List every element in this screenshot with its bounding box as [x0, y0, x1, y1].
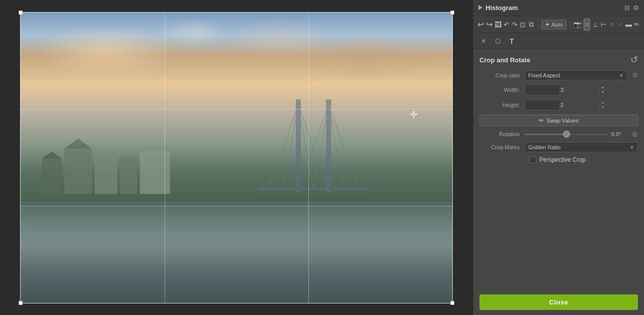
camera-icon: 📷: [574, 21, 582, 28]
histogram-icon2[interactable]: ⚙: [633, 4, 639, 12]
svg-rect-11: [326, 99, 331, 192]
histogram-icon1[interactable]: ⊟: [624, 4, 630, 12]
height-stepper: ▲ ▼: [599, 100, 606, 110]
histogram-header: Histogram ⊟ ⚙: [473, 0, 644, 16]
swap-icon: ⇔: [539, 117, 543, 124]
svg-rect-12: [258, 187, 369, 190]
transform-button[interactable]: ⊢: [601, 19, 607, 31]
toolbar-separator-1: [538, 20, 538, 30]
redo-button[interactable]: ↪: [486, 19, 493, 31]
height-input[interactable]: ▲ ▼: [525, 99, 560, 111]
crop-marks-row: Crop Marks Golden Ratio ▼: [479, 142, 638, 152]
height-control: ▲ ▼: [525, 99, 638, 111]
histogram-expand-icon[interactable]: [478, 4, 482, 12]
flip-icon: ⊡: [520, 21, 526, 29]
histogram-title-row: Histogram: [478, 4, 518, 12]
width-stepper: ▲ ▼: [599, 85, 606, 95]
width-value[interactable]: [525, 87, 599, 93]
rotation-slider[interactable]: [525, 134, 608, 135]
crop-marks-arrow-icon: ▼: [629, 145, 634, 150]
crop-ratio-row: Crop ratio Fixed Aspect ▼ ⚙: [479, 70, 638, 80]
undo-icon: ↩: [477, 20, 484, 29]
svg-marker-19: [64, 139, 92, 149]
clone-icon: ⧉: [529, 20, 534, 29]
swap-values-button[interactable]: ⇔ Swap Values: [479, 115, 638, 126]
redo-icon: ↪: [486, 20, 493, 29]
crop-ratio-label: Crop ratio: [479, 72, 525, 78]
section-header: Crop and Rotate ↺: [479, 54, 638, 65]
paint-button[interactable]: ✏: [634, 19, 640, 31]
width-increment-button[interactable]: ▲: [599, 85, 606, 90]
crop-tool-button[interactable]: ⌗: [584, 19, 590, 31]
crop-ratio-dropdown[interactable]: Fixed Aspect ▼: [525, 70, 627, 80]
perspective-crop-checkbox[interactable]: [530, 157, 536, 163]
histogram-title: Histogram: [486, 4, 518, 12]
width-label: Width:: [479, 87, 525, 93]
height-label: Height:: [479, 102, 525, 108]
settings-tool-button[interactable]: ≡: [477, 35, 490, 47]
image-button[interactable]: 🖼: [495, 19, 502, 31]
height-increment-button[interactable]: ▲: [599, 100, 606, 105]
rotate-left-button[interactable]: ↶: [504, 19, 510, 31]
line-button[interactable]: ⟋: [617, 19, 623, 31]
crop-ratio-gear-icon[interactable]: ⚙: [632, 72, 638, 79]
width-decrement-button[interactable]: ▼: [599, 90, 606, 95]
image-icon: 🖼: [495, 21, 502, 29]
crop-ratio-control: Fixed Aspect ▼ ⚙: [525, 70, 638, 80]
svg-rect-14: [64, 149, 92, 194]
height-decrement-button[interactable]: ▼: [599, 105, 606, 110]
circle-icon: ○: [610, 21, 614, 28]
rotate-right-button[interactable]: ↷: [512, 19, 518, 31]
section-title: Crop and Rotate: [479, 56, 530, 64]
clone-button[interactable]: ⧉: [528, 19, 534, 31]
line-icon: ⟋: [617, 21, 623, 28]
gradient-button[interactable]: ▬: [625, 19, 632, 31]
heal-icon: ⊥: [593, 21, 598, 28]
width-input[interactable]: ▲ ▼: [525, 84, 560, 95]
flip-button[interactable]: ⊡: [520, 19, 526, 31]
right-panel: Histogram ⊟ ⚙ ↩ ↪ 🖼 ↶ ↷ ⊡ ⧉: [473, 0, 644, 315]
image-area: ✛: [0, 0, 473, 315]
perspective-crop-row: Perspective Crop: [479, 156, 638, 163]
water-layer: [20, 201, 453, 303]
toolbar-separator-2: [570, 20, 571, 30]
toolbar-row-2: ≡ ⬡ T: [473, 33, 644, 49]
undo-button[interactable]: ↩: [477, 19, 484, 31]
circle-button[interactable]: ○: [609, 19, 615, 31]
auto-button[interactable]: ✦ Auto: [541, 20, 567, 30]
crop-ratio-arrow-icon: ▼: [619, 73, 624, 78]
swap-label: Swap Values: [546, 118, 578, 124]
auto-wand-icon: ✦: [545, 21, 550, 28]
crop-marks-dropdown[interactable]: Golden Ratio ▼: [525, 142, 638, 152]
close-button[interactable]: Close: [479, 294, 638, 310]
height-row: Height: ▲ ▼: [479, 99, 638, 111]
settings-icon: ≡: [481, 37, 486, 45]
rotation-label: Rotation: [479, 131, 525, 137]
svg-rect-16: [120, 156, 137, 194]
perspective-crop-label: Perspective Crop: [539, 156, 586, 163]
rotation-row: Rotation 0.0° ⊕: [479, 130, 638, 138]
rotation-tool-icon[interactable]: ⊕: [632, 130, 638, 138]
crop-marks-control: Golden Ratio ▼: [525, 142, 638, 152]
reset-button[interactable]: ↺: [630, 54, 638, 65]
move-cursor-indicator: ✛: [410, 109, 421, 120]
transform-icon: ⊢: [601, 21, 606, 28]
image-canvas: ✛: [20, 12, 453, 303]
mask-button[interactable]: ⬡: [492, 35, 504, 47]
height-value[interactable]: [525, 102, 599, 108]
svg-rect-17: [140, 151, 170, 194]
svg-line-9: [329, 104, 359, 190]
camera-button[interactable]: 📷: [574, 19, 582, 31]
panel-content: Crop and Rotate ↺ Crop ratio Fixed Aspec…: [473, 49, 644, 289]
rotation-value: 0.0°: [611, 131, 629, 137]
crop-marks-value: Golden Ratio: [528, 144, 627, 150]
width-row: Width: ▲ ▼: [479, 84, 638, 95]
perspective-crop-checkbox-item[interactable]: Perspective Crop: [530, 156, 586, 163]
svg-rect-13: [42, 159, 62, 194]
crop-marks-label: Crop Marks: [479, 144, 525, 150]
text-button[interactable]: T: [506, 35, 518, 47]
gradient-icon: ▬: [625, 21, 632, 28]
heal-tool-button[interactable]: ⊥: [592, 19, 598, 31]
photo-background: [20, 12, 453, 303]
crop-ratio-value: Fixed Aspect: [528, 72, 617, 78]
